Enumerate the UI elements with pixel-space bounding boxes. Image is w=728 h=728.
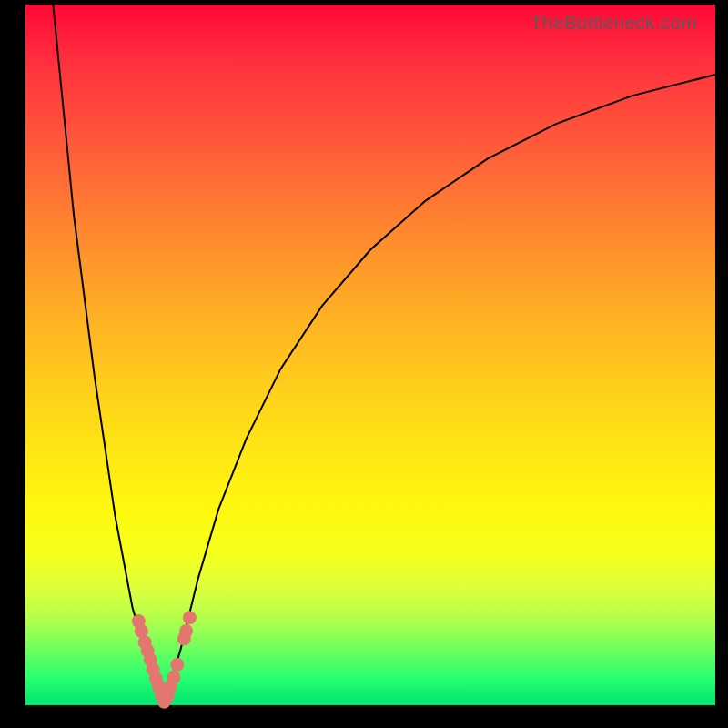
chart-lines	[53, 5, 715, 705]
chart-svg	[25, 5, 715, 705]
marker-dot	[170, 658, 184, 672]
left-branch-line	[53, 5, 163, 705]
right-branch-line	[164, 75, 715, 705]
marker-dot	[167, 671, 180, 684]
marker-dots	[132, 611, 197, 708]
marker-dot	[183, 611, 197, 624]
chart-plot-area: TheBottleneck.com	[25, 5, 715, 705]
marker-dot	[179, 624, 193, 638]
